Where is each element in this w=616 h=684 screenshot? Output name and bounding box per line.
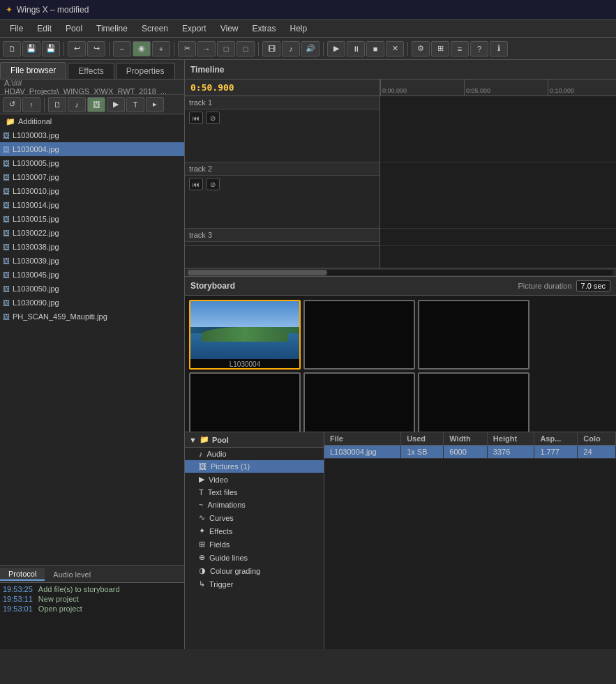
up-button[interactable]: ↑ — [22, 97, 40, 112]
settings-button[interactable]: ⚙ — [412, 41, 430, 56]
pool-item[interactable]: ⊞Fields — [185, 538, 324, 551]
file-item[interactable]: 🖼L1030022.jpg — [0, 226, 184, 240]
story-cell-0[interactable]: L1030004 — [189, 300, 301, 370]
audio-filter-button[interactable]: ♪ — [68, 97, 86, 112]
stop-button[interactable]: ■ — [366, 41, 384, 56]
redo-button[interactable]: ↪ — [87, 41, 105, 56]
pool-item[interactable]: ✦Effects — [185, 524, 324, 538]
menu-pool[interactable]: Pool — [59, 22, 89, 35]
file-item[interactable]: 🖼L1030015.jpg — [0, 212, 184, 226]
track-1-mute-button[interactable]: ⊘ — [206, 112, 220, 124]
pool-item[interactable]: ~Animations — [185, 499, 324, 511]
audio2-btn[interactable]: 🔊 — [301, 41, 320, 56]
file-icon: 🖼 — [3, 229, 10, 237]
menu-view[interactable]: View — [213, 22, 246, 35]
timeline-label: Timeline — [190, 65, 224, 75]
video-filter-button[interactable]: ▶ — [107, 97, 125, 112]
file-icon: 🖼 — [3, 215, 10, 223]
menu-help[interactable]: Help — [283, 22, 315, 35]
pool-item[interactable]: ♪Audio — [185, 448, 324, 460]
menu-edit[interactable]: Edit — [30, 22, 59, 35]
play-button[interactable]: ▶ — [327, 41, 345, 56]
overwrite-button[interactable]: □ — [217, 41, 235, 56]
table-row[interactable]: L1030004.jpg1x SB600033761.77724 — [324, 446, 616, 459]
table-cell: 1.777 — [534, 446, 578, 459]
story-cell-2[interactable] — [418, 300, 529, 370]
tab-file-browser[interactable]: File browser — [0, 62, 66, 79]
pool-item[interactable]: ↳Trigger — [185, 577, 324, 591]
table-cell: 6000 — [444, 446, 488, 459]
story-cell-4[interactable] — [303, 372, 415, 432]
menu-screen[interactable]: Screen — [135, 22, 175, 35]
file-item[interactable]: 🖼L1030050.jpg — [0, 282, 184, 296]
pool-item-name: Colour grading — [210, 567, 260, 575]
file-item[interactable]: 🖼L1030039.jpg — [0, 254, 184, 268]
file-item[interactable]: 🖼L1030010.jpg — [0, 184, 184, 198]
file-item[interactable]: 📁Additional — [0, 114, 184, 128]
text-filter-button[interactable]: T — [126, 97, 144, 112]
tab-protocol[interactable]: Protocol — [0, 568, 45, 581]
menu-export[interactable]: Export — [175, 22, 213, 35]
help-button[interactable]: ? — [470, 41, 488, 56]
file-filter-button[interactable]: 🗋 — [48, 97, 66, 112]
main-area: File browser Effects Properties A:\## HD… — [0, 60, 616, 649]
pool-item[interactable]: TText files — [185, 486, 324, 499]
video-btn[interactable]: 🎞 — [262, 41, 280, 56]
cut-button[interactable]: ✂ — [178, 41, 196, 56]
refresh-button[interactable]: ↺ — [3, 97, 21, 112]
save-as-button[interactable]: 💾 — [42, 41, 60, 56]
info-button[interactable]: ℹ — [490, 41, 508, 56]
file-icon: 🖼 — [3, 313, 10, 321]
file-item[interactable]: 🖼L1030045.jpg — [0, 268, 184, 282]
file-item[interactable]: 🖼L1030004.jpg — [0, 142, 184, 156]
track-2-prev-button[interactable]: ⏮ — [189, 178, 203, 190]
track-2-bg — [380, 162, 616, 229]
file-item[interactable]: 🖼L1030005.jpg — [0, 156, 184, 170]
close-media-button[interactable]: ✕ — [386, 41, 404, 56]
file-item[interactable]: 🖼L1030007.jpg — [0, 170, 184, 184]
zoom-in-button[interactable]: + — [152, 41, 170, 56]
story-cell-3[interactable] — [189, 372, 301, 432]
audio-btn[interactable]: ♪ — [282, 41, 300, 56]
zoom-fit-button[interactable]: ◉ — [133, 41, 151, 56]
story-cell-1[interactable] — [303, 300, 415, 370]
menu-timeline[interactable]: Timeline — [89, 22, 135, 35]
file-item[interactable]: 🖼L1030038.jpg — [0, 240, 184, 254]
anim-filter-button[interactable]: ▸ — [146, 97, 164, 112]
tab-effects[interactable]: Effects — [68, 63, 114, 79]
log-msg: Open project — [38, 605, 82, 613]
story-cell-5[interactable] — [418, 372, 529, 432]
file-icon: 🖼 — [3, 146, 10, 153]
menu-file[interactable]: File — [3, 22, 30, 35]
pause-button[interactable]: ⏸ — [347, 41, 365, 56]
pool-item[interactable]: ∿Curves — [185, 511, 324, 524]
pool-item[interactable]: 🖼Pictures (1) — [185, 460, 324, 473]
insert-button[interactable]: □ — [236, 41, 255, 56]
track-1-prev-button[interactable]: ⏮ — [189, 112, 203, 124]
layout-button[interactable]: ⊞ — [431, 41, 449, 56]
tab-audio-level[interactable]: Audio level — [45, 569, 99, 580]
file-item[interactable]: 🖼L1030003.jpg — [0, 128, 184, 142]
undo-button[interactable]: ↩ — [68, 41, 86, 56]
pool-item[interactable]: ▶Video — [185, 473, 324, 486]
tab-properties[interactable]: Properties — [116, 63, 175, 79]
pool-item[interactable]: ◑Colour grading — [185, 564, 324, 577]
timeline-scrollbar[interactable] — [185, 268, 616, 276]
file-icon: 🖼 — [3, 285, 10, 293]
mixer-button[interactable]: ≡ — [451, 41, 469, 56]
file-item[interactable]: 🖼L1030014.jpg — [0, 198, 184, 212]
save-button[interactable]: 💾 — [22, 41, 40, 56]
pool-item[interactable]: ⊕Guide lines — [185, 551, 324, 564]
menu-extras[interactable]: Extras — [245, 22, 283, 35]
image-filter-button[interactable]: 🖼 — [87, 97, 105, 112]
log-msg: New project — [38, 595, 79, 603]
scrollbar-thumb[interactable] — [188, 270, 327, 275]
file-item[interactable]: 🖼PH_SCAN_459_Maupiti.jpg — [0, 310, 184, 324]
file-item[interactable]: 🖼L1030090.jpg — [0, 296, 184, 310]
pool-item-name: Curves — [209, 514, 234, 522]
zoom-out-button[interactable]: − — [113, 41, 131, 56]
new-button[interactable]: 🗋 — [3, 41, 21, 56]
ripple-button[interactable]: → — [197, 41, 216, 56]
track-2-mute-button[interactable]: ⊘ — [206, 178, 220, 190]
pool-item-icon: ✦ — [199, 526, 205, 535]
